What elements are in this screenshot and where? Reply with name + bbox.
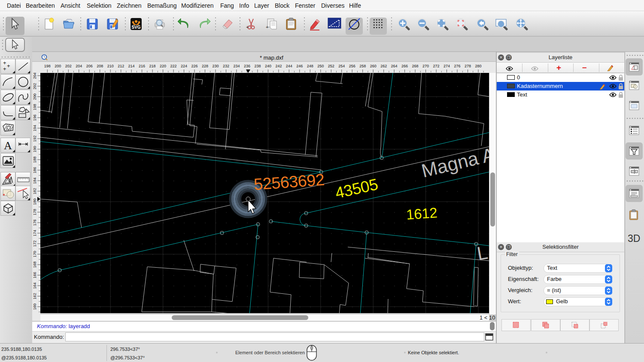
svg-text:274: 274 bbox=[444, 64, 450, 68]
svg-text:200: 200 bbox=[33, 94, 37, 100]
svg-text:228: 228 bbox=[202, 64, 208, 68]
svg-text:168: 168 bbox=[33, 261, 37, 268]
svg-text:182: 182 bbox=[33, 188, 37, 194]
svg-text:162: 162 bbox=[33, 293, 37, 299]
svg-text:160: 160 bbox=[33, 303, 37, 310]
svg-text:236: 236 bbox=[244, 64, 250, 68]
svg-text:+: + bbox=[3, 66, 6, 72]
svg-text:A: A bbox=[4, 139, 12, 152]
svg-text:178: 178 bbox=[33, 209, 37, 215]
svg-text:258: 258 bbox=[359, 64, 366, 68]
svg-text:238: 238 bbox=[254, 64, 261, 68]
svg-text:210: 210 bbox=[107, 64, 114, 68]
svg-text:270: 270 bbox=[422, 64, 429, 68]
svg-text:202: 202 bbox=[33, 83, 37, 89]
svg-text:+: + bbox=[266, 24, 268, 30]
svg-text:196: 196 bbox=[33, 115, 37, 121]
svg-text:224: 224 bbox=[181, 64, 187, 68]
svg-text:250: 250 bbox=[317, 64, 324, 68]
svg-text:184: 184 bbox=[33, 178, 37, 184]
svg-text:220: 220 bbox=[160, 64, 166, 68]
svg-text:226: 226 bbox=[191, 64, 197, 68]
svg-text:214: 214 bbox=[128, 64, 135, 68]
svg-text:176: 176 bbox=[33, 220, 37, 226]
svg-text:266: 266 bbox=[401, 64, 408, 68]
svg-text:+: + bbox=[7, 63, 10, 69]
svg-text:194: 194 bbox=[33, 125, 37, 131]
svg-text:174: 174 bbox=[33, 230, 37, 236]
svg-text:248: 248 bbox=[307, 64, 313, 68]
svg-text:230: 230 bbox=[212, 64, 219, 68]
svg-text:208: 208 bbox=[97, 64, 103, 68]
svg-text:252: 252 bbox=[328, 64, 334, 68]
svg-text:216: 216 bbox=[139, 64, 145, 68]
svg-text:244: 244 bbox=[286, 64, 292, 68]
svg-text:170: 170 bbox=[33, 251, 37, 257]
svg-text:254: 254 bbox=[338, 64, 345, 68]
svg-text:190: 190 bbox=[33, 146, 37, 152]
svg-text:234: 234 bbox=[233, 64, 240, 68]
svg-text:180: 180 bbox=[33, 199, 37, 205]
svg-text:202: 202 bbox=[65, 64, 72, 68]
svg-text:240: 240 bbox=[265, 64, 271, 68]
svg-text:166: 166 bbox=[33, 272, 37, 278]
svg-text:186: 186 bbox=[33, 167, 37, 173]
svg-text:172: 172 bbox=[33, 241, 37, 247]
svg-text:268: 268 bbox=[412, 64, 419, 68]
svg-text:188: 188 bbox=[33, 157, 37, 163]
svg-text:212: 212 bbox=[118, 64, 124, 68]
svg-text:198: 198 bbox=[44, 64, 51, 68]
svg-text:218: 218 bbox=[149, 64, 156, 68]
svg-text:198: 198 bbox=[33, 104, 37, 110]
svg-text:+: + bbox=[3, 60, 6, 66]
svg-text:200: 200 bbox=[55, 64, 61, 68]
svg-text:164: 164 bbox=[33, 282, 37, 289]
svg-text:232: 232 bbox=[223, 64, 229, 68]
svg-text:+: + bbox=[246, 24, 249, 30]
svg-text:262: 262 bbox=[380, 64, 387, 68]
svg-text:272: 272 bbox=[433, 64, 440, 68]
svg-text:1612: 1612 bbox=[406, 205, 438, 223]
svg-text:276: 276 bbox=[454, 64, 460, 68]
svg-text:278: 278 bbox=[465, 64, 471, 68]
svg-text:242: 242 bbox=[275, 64, 282, 68]
svg-text:204: 204 bbox=[76, 64, 82, 68]
svg-text:192: 192 bbox=[33, 136, 37, 142]
svg-text:264: 264 bbox=[391, 64, 398, 68]
svg-text:246: 246 bbox=[296, 64, 303, 68]
svg-text:280: 280 bbox=[475, 64, 481, 68]
svg-text:SVG: SVG bbox=[131, 25, 140, 30]
svg-text:204: 204 bbox=[33, 73, 37, 79]
svg-text:222: 222 bbox=[170, 64, 177, 68]
svg-text:206: 206 bbox=[86, 64, 93, 68]
svg-text:256: 256 bbox=[349, 64, 355, 68]
svg-text:260: 260 bbox=[370, 64, 377, 68]
